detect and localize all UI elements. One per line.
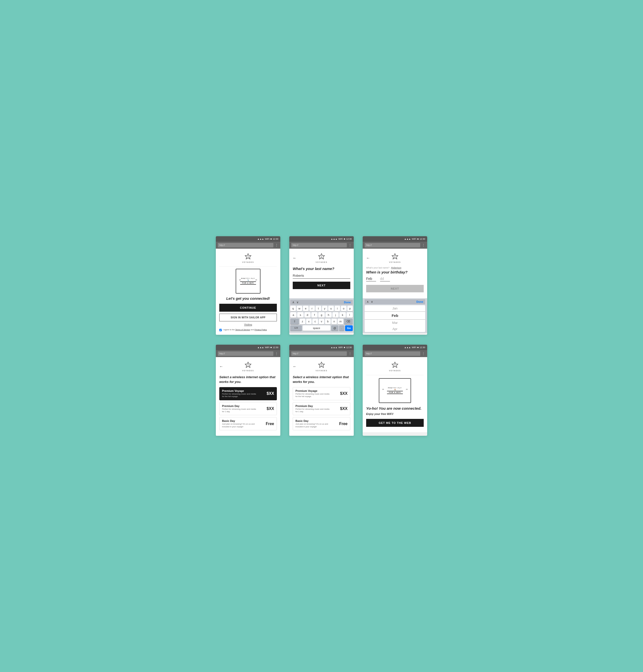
screen-grid: ▲▲▲ WiFi ■ 12:30 ⋮ VOYAGES [216,236,427,436]
keyboard-toolbar-2: ∧ ∨ Done [290,300,353,305]
continue-button[interactable]: CONTINUE [219,304,277,312]
url-input-3[interactable] [365,243,420,248]
wifi-tower: 📡 [247,279,249,281]
sailor-app-button[interactable]: SIGN IN WITH SAILOR APP [219,314,277,321]
get-me-to-web-button[interactable]: GET ME TO THE WEB [366,419,424,427]
picker-arrows: ∧ ∨ [367,300,416,303]
plan-info-2: Premium Day Perfect for streaming music … [222,405,257,413]
last-name-prefill: Robertson [391,266,401,269]
brand-name-1: VOYAGES [242,261,254,263]
picker-jan[interactable]: Jan [365,305,425,311]
brand-name-3: VOYAGES [389,261,401,263]
picker-done-btn[interactable]: Done [416,300,423,303]
picker-down-arrow[interactable]: ∨ [371,300,373,303]
key-r[interactable]: r [310,306,315,311]
kb-done-btn[interactable]: Done [344,301,351,304]
picker-up-arrow[interactable]: ∧ [367,300,369,303]
plan-card-premium-voyage-4[interactable]: Premium Voyage Perfect for streaming mus… [219,387,277,400]
menu-icon-6[interactable]: ⋮ [422,352,425,356]
url-input-1[interactable] [218,243,274,248]
key-go[interactable]: Go [345,325,353,331]
back-button-5[interactable]: ← [293,364,297,369]
key-t[interactable]: t [316,306,321,311]
key-c[interactable]: c [312,319,318,324]
plan-card-basic-day-5[interactable]: Basic Day Just plan on browsing? It's on… [293,417,350,430]
url-input-2[interactable] [291,243,347,248]
connected-title: Yo-ho! You are now connected. [366,406,424,411]
key-space[interactable]: space [303,325,330,331]
key-m[interactable]: m [338,319,343,324]
badge-bottom-6: FOR A WIFI [387,391,403,394]
nav-bar-6: VOYAGES [366,361,424,372]
screen-3: ▲▲▲ WiFi ■ 12:30 ⋮ ← VOYAGES [363,236,427,335]
key-period[interactable]: . [339,325,344,331]
key-h[interactable]: h [326,312,332,317]
key-v[interactable]: v [319,319,325,324]
back-button-2[interactable]: ← [293,256,297,260]
key-123[interactable]: 123 [290,325,302,331]
menu-icon-3[interactable]: ⋮ [422,243,425,247]
key-e[interactable]: e [303,306,308,311]
key-backspace[interactable]: ⌫ [344,319,353,324]
status-bar-5: ▲▲▲ WiFi ■ 12:30 [289,345,354,350]
time-2: 12:30 [346,238,352,240]
key-f[interactable]: f [311,312,317,317]
terms-link1[interactable]: Terms of Service [235,328,250,331]
key-j[interactable]: j [332,312,339,317]
key-i[interactable]: i [335,306,340,311]
plan-card-premium-voyage-5[interactable]: Premium Voyage Perfect for streaming mus… [293,387,350,400]
url-input-5[interactable] [291,351,347,356]
picker-mar[interactable]: Mar [365,320,425,326]
brand-logo-4: VOYAGES [242,362,254,372]
key-shift[interactable]: ⇧ [290,319,299,324]
back-button-4[interactable]: ← [219,364,223,369]
key-p[interactable]: p [347,306,353,311]
visiting-link[interactable]: Visiting [219,323,277,326]
plan-card-premium-day-4[interactable]: Premium Day Perfect for streaming music … [219,402,277,416]
month-field[interactable]: Feb [366,276,376,281]
plan-price-2: $XX [267,407,274,411]
key-z[interactable]: z [300,319,305,324]
key-b[interactable]: b [325,319,331,324]
terms-checkbox[interactable] [219,329,222,331]
menu-icon-1[interactable]: ⋮ [275,243,278,247]
key-a[interactable]: a [290,312,296,317]
key-o[interactable]: o [341,306,347,311]
plan-card-premium-day-5[interactable]: Premium Day Perfect for streaming music … [293,402,350,416]
menu-icon-4[interactable]: ⋮ [275,352,278,356]
key-x[interactable]: x [306,319,312,324]
brand-name-5: VOYAGES [316,370,327,372]
url-input-6[interactable] [365,351,420,356]
back-button-3[interactable]: ← [366,256,370,260]
key-d[interactable]: d [304,312,311,317]
kb-row-3: ⇧ z x c v b n m ⌫ [290,319,353,324]
terms-link2[interactable]: Privacy Policy [255,328,267,331]
birthday-question: When is your birthday? [366,270,424,274]
url-input-4[interactable] [218,351,274,356]
next-button-2[interactable]: NEXT [293,281,350,289]
key-w[interactable]: w [297,306,302,311]
kb-down-arrow[interactable]: ∨ [296,300,299,304]
key-g[interactable]: g [318,312,325,317]
key-s[interactable]: s [297,312,303,317]
plan-desc-1: Perfect for streaming music and media fo… [222,393,257,398]
menu-icon-2[interactable]: ⋮ [348,243,352,247]
key-n[interactable]: n [331,319,337,324]
signal-icon-2: ▲▲▲ [331,238,337,240]
key-y[interactable]: y [322,306,328,311]
kb-up-arrow[interactable]: ∧ [292,300,294,304]
status-bar-3: ▲▲▲ WiFi ■ 12:30 [363,236,427,242]
key-at[interactable]: @ [331,325,338,331]
next-button-3[interactable]: NEXT [366,285,424,292]
key-k[interactable]: k [339,312,345,317]
day-field[interactable]: dd [380,276,390,281]
plan-card-basic-day-4[interactable]: Basic Day Just plan on browsing? It's on… [219,417,277,430]
key-q[interactable]: q [290,306,296,311]
menu-icon-5[interactable]: ⋮ [348,352,352,356]
picker-apr[interactable]: Apr [365,326,425,332]
key-u[interactable]: u [328,306,334,311]
url-bar-3: ⋮ [363,242,427,249]
picker-feb[interactable]: Feb [365,311,425,320]
last-name-input[interactable] [293,273,350,279]
key-l[interactable]: l [347,312,353,317]
